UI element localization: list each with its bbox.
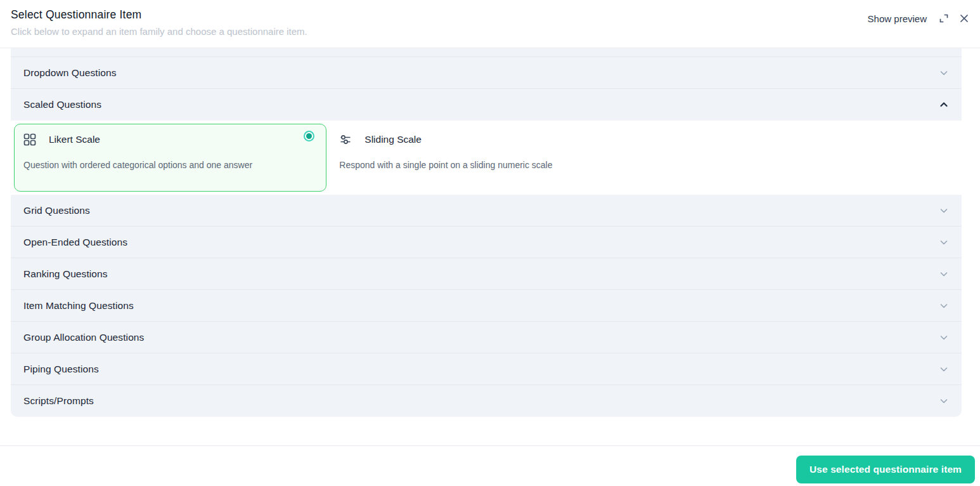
show-preview-link[interactable]: Show preview [868,13,927,24]
accordion-row-grid-questions[interactable]: Grid Questions [11,195,962,227]
accordion-row-partial[interactable] [11,48,962,57]
chevron-down-icon [939,237,949,247]
expand-icon[interactable] [938,13,950,24]
panel-empty-cell [646,124,958,192]
card-title: Likert Scale [49,134,100,145]
row-label: Group Allocation Questions [23,332,144,343]
row-label: Item Matching Questions [23,300,134,312]
chevron-down-icon [939,396,949,406]
chevron-down-icon [939,364,949,374]
item-family-accordion: Dropdown Questions Scaled Questions [11,48,962,417]
row-label: Scripts/Prompts [23,395,94,407]
chevron-down-icon [939,68,949,78]
item-card-likert-scale[interactable]: Likert Scale Question with ordered categ… [14,124,326,192]
scaled-questions-panel: Likert Scale Question with ordered categ… [11,121,962,195]
chevron-up-icon [939,100,949,110]
row-label: Piping Questions [23,364,99,375]
card-description: Question with ordered categorical option… [23,160,317,170]
chevron-down-icon [939,301,949,311]
item-card-sliding-scale[interactable]: Sliding Scale Respond with a single poin… [330,124,642,192]
accordion-row-piping-questions[interactable]: Piping Questions [11,353,962,385]
card-description: Respond with a single point on a sliding… [339,160,633,170]
accordion-row-open-ended-questions[interactable]: Open-Ended Questions [11,227,962,258]
card-head: Sliding Scale [339,133,633,146]
row-label: Grid Questions [23,205,90,216]
row-label: Dropdown Questions [23,67,117,79]
item-family-scroll-area[interactable]: Dropdown Questions Scaled Questions [0,48,980,445]
accordion-row-group-allocation-questions[interactable]: Group Allocation Questions [11,322,962,353]
sliders-icon [339,133,352,146]
page-title: Select Questionnaire Item [11,8,970,22]
row-label: Scaled Questions [23,99,101,110]
accordion-row-item-matching-questions[interactable]: Item Matching Questions [11,290,962,322]
card-head: Likert Scale [23,133,317,146]
modal-header: Select Questionnaire Item Click below to… [0,0,980,48]
modal-footer: Use selected questionnaire item [0,445,980,486]
accordion-row-ranking-questions[interactable]: Ranking Questions [11,258,962,290]
chevron-down-icon [939,269,949,279]
accordion-row-scripts-prompts[interactable]: Scripts/Prompts [11,385,962,417]
header-actions: Show preview [868,13,970,24]
accordion-row-scaled-questions[interactable]: Scaled Questions [11,89,962,121]
accordion-row-dropdown-questions[interactable]: Dropdown Questions [11,57,962,89]
grid-2x2-icon [23,133,36,146]
row-label: Ranking Questions [23,268,108,280]
chevron-down-icon [939,206,949,216]
row-label: Open-Ended Questions [23,237,127,248]
page-subtitle: Click below to expand an item family and… [11,26,970,37]
use-selected-questionnaire-item-button[interactable]: Use selected questionnaire item [796,456,975,483]
close-icon[interactable] [958,13,970,24]
chevron-down-icon [939,332,949,343]
card-title: Sliding Scale [364,134,422,145]
